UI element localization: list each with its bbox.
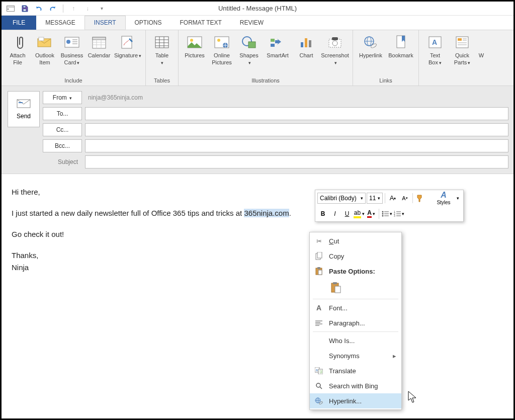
shapes-icon (241, 34, 257, 50)
online-pictures-button[interactable]: Online Pictures (209, 32, 235, 68)
context-synonyms[interactable]: Synonyms ▸ (310, 348, 401, 363)
format-painter-icon[interactable] (415, 193, 426, 204)
attach-file-button[interactable]: Attach File (5, 32, 31, 68)
to-button[interactable]: To... (43, 107, 82, 120)
highlight-icon[interactable]: ab▾ (354, 208, 365, 219)
ribbon-group-label: Include (64, 76, 82, 85)
svg-rect-33 (271, 44, 275, 47)
subject-input[interactable] (85, 155, 508, 169)
signature-icon (120, 34, 136, 50)
window-title: Untitled - Message (HTML) (218, 5, 297, 12)
svg-text:a: a (316, 368, 318, 372)
svg-point-2 (8, 8, 9, 10)
to-input[interactable] (85, 107, 508, 120)
context-paragraph[interactable]: Paragraph... (310, 315, 401, 330)
calendar-button[interactable]: Calendar (86, 32, 112, 61)
undo-icon[interactable] (35, 5, 43, 13)
styles-button[interactable]: A Styles (434, 193, 454, 204)
ribbon-group-label: Tables (154, 76, 170, 85)
chart-button[interactable]: Chart (293, 32, 319, 61)
tab-message[interactable]: MESSAGE (36, 16, 84, 30)
svg-text:A: A (432, 38, 437, 46)
pictures-button[interactable]: Pictures (182, 32, 208, 61)
screenshot-button[interactable]: Screenshot▾ (320, 32, 350, 68)
search-icon (314, 381, 324, 391)
subject-label: Subject (43, 158, 82, 165)
context-search-bing[interactable]: Search with Bing (310, 378, 401, 393)
bcc-button[interactable]: Bcc... (43, 139, 82, 152)
business-card-icon (64, 34, 80, 50)
cc-button[interactable]: Cc... (43, 123, 82, 136)
text-box-button[interactable]: A Text Box▾ (422, 32, 448, 68)
svg-rect-70 (317, 267, 320, 269)
font-selector[interactable]: Calibri (Body)▾ (317, 193, 366, 204)
body-line: Ninja (12, 262, 503, 274)
grow-font-icon[interactable]: A▴ (387, 193, 398, 204)
svg-rect-18 (122, 36, 132, 48)
globe-link-icon (314, 396, 324, 406)
context-cut[interactable]: ✂ Cut (310, 233, 401, 248)
paste-keep-source-button[interactable] (329, 281, 343, 295)
smartart-button[interactable]: SmartArt (263, 32, 292, 61)
tab-insert[interactable]: INSERT (84, 16, 126, 30)
clipboard-icon (314, 266, 324, 276)
font-a-icon: A (314, 303, 324, 313)
business-card-button[interactable]: Business Card▾ (59, 32, 85, 68)
next-icon[interactable]: ↓ (83, 5, 92, 13)
tab-review[interactable]: REVIEW (231, 16, 273, 30)
svg-point-43 (370, 43, 377, 48)
text-box-icon: A (427, 34, 443, 50)
ribbon-group-include: Attach File Outlook Item Business Card▾ … (2, 30, 146, 86)
online-pictures-icon (214, 34, 230, 50)
svg-rect-36 (309, 40, 311, 47)
svg-rect-68 (317, 252, 322, 258)
tab-file[interactable]: FILE (2, 16, 36, 30)
table-button[interactable]: Table▾ (149, 32, 175, 68)
quick-parts-icon (454, 34, 470, 50)
ribbon-tabs: FILE MESSAGE INSERT OPTIONS FORMAT TEXT … (2, 16, 513, 30)
context-translate[interactable]: a字 Translate (310, 363, 401, 378)
wordart-button[interactable]: W (476, 32, 486, 61)
svg-rect-32 (271, 39, 275, 42)
context-font[interactable]: A Font... (310, 300, 401, 315)
italic-icon[interactable]: I (329, 208, 340, 219)
bcc-input[interactable] (85, 139, 508, 152)
paragraph-icon (314, 318, 324, 328)
font-size-selector[interactable]: 11▾ (367, 193, 383, 204)
font-color-icon[interactable]: A▾ (366, 208, 377, 219)
svg-rect-13 (93, 37, 106, 40)
svg-point-29 (217, 39, 220, 42)
tab-options[interactable]: OPTIONS (126, 16, 171, 30)
scissors-icon: ✂ (314, 236, 324, 246)
cc-input[interactable] (85, 123, 508, 136)
shapes-button[interactable]: Shapes▾ (236, 32, 262, 68)
context-hyperlink[interactable]: Hyperlink... (310, 393, 401, 408)
underline-icon[interactable]: U (341, 208, 353, 219)
svg-rect-38 (332, 37, 338, 40)
bold-icon[interactable]: B (317, 208, 328, 219)
quick-parts-button[interactable]: Quick Parts▾ (449, 32, 475, 68)
prev-icon[interactable]: ↑ (69, 5, 77, 13)
context-who-is[interactable]: Who Is... (310, 333, 401, 348)
tab-format-text[interactable]: FORMAT TEXT (171, 16, 231, 30)
bullets-icon[interactable]: ▾ (381, 208, 392, 219)
from-button[interactable]: From ▾ (43, 91, 82, 104)
chart-icon (298, 34, 314, 50)
signature-button[interactable]: Signature▾ (113, 32, 142, 61)
redo-icon[interactable] (49, 5, 57, 13)
chevron-right-icon: ▸ (393, 352, 396, 360)
outlook-item-button[interactable]: Outlook Item (32, 32, 58, 68)
qat-dropdown-icon[interactable]: ▾ (98, 5, 106, 13)
context-copy[interactable]: Copy (310, 248, 401, 264)
shrink-font-icon[interactable]: A▾ (399, 193, 410, 204)
bookmark-button[interactable]: Bookmark (386, 32, 415, 61)
send-button[interactable]: Send (8, 91, 40, 127)
numbering-icon[interactable]: 123▾ (393, 208, 404, 219)
svg-point-57 (382, 213, 383, 214)
save-icon[interactable] (21, 5, 29, 13)
svg-point-55 (382, 211, 383, 212)
envelope-icon (37, 34, 53, 50)
ribbon-group-label (453, 76, 455, 85)
svg-point-88 (319, 401, 323, 404)
hyperlink-button[interactable]: Hyperlink (356, 32, 385, 61)
